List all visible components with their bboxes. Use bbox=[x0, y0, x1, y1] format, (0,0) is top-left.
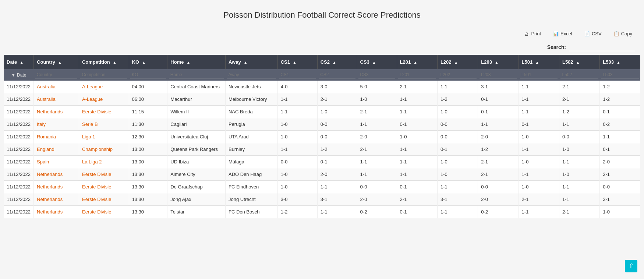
cell-l203: 2-0 bbox=[478, 193, 519, 206]
cell-l502: 2-1 bbox=[559, 93, 599, 106]
country-link[interactable]: England bbox=[37, 146, 54, 152]
print-button[interactable]: 🖨 Print bbox=[521, 29, 544, 38]
col-country[interactable]: Country ▲ bbox=[34, 55, 79, 69]
country-link[interactable]: Netherlands bbox=[37, 172, 63, 177]
country-link[interactable]: Netherlands bbox=[37, 109, 63, 114]
col-cs1[interactable]: CS1 ▲ bbox=[277, 55, 317, 69]
filter-l501[interactable] bbox=[519, 69, 559, 81]
cell-date: 11/12/2022 bbox=[4, 206, 34, 218]
col-ko[interactable]: KO ▲ bbox=[129, 55, 167, 69]
filter-l501-input[interactable] bbox=[520, 71, 558, 78]
filter-l201[interactable] bbox=[397, 69, 437, 81]
country-link[interactable]: Australia bbox=[37, 96, 56, 102]
country-link[interactable]: Australia bbox=[37, 84, 56, 89]
search-input[interactable] bbox=[569, 43, 635, 51]
country-link[interactable]: Netherlands bbox=[37, 197, 63, 202]
filter-l203[interactable] bbox=[478, 69, 519, 81]
competition-link[interactable]: Eerste Divisie bbox=[82, 197, 111, 202]
competition-link[interactable]: Liga 1 bbox=[82, 134, 95, 140]
cell-away: UTA Arad bbox=[225, 131, 277, 143]
cell-competition: Eerste Divisie bbox=[79, 206, 129, 218]
table-row: 11/12/2022AustraliaA-League06:00Macarthu… bbox=[4, 93, 640, 106]
filter-country-input[interactable] bbox=[35, 71, 78, 78]
filter-l202[interactable] bbox=[437, 69, 478, 81]
cell-l503: 1-0 bbox=[600, 206, 640, 218]
cell-l501: 1-1 bbox=[519, 81, 559, 93]
table-row: 11/12/2022RomaniaLiga 112:30Universitate… bbox=[4, 131, 640, 143]
filter-home-input[interactable] bbox=[169, 71, 224, 78]
filter-cs2-input[interactable] bbox=[319, 71, 355, 78]
filter-away-input[interactable] bbox=[227, 71, 276, 78]
filter-cs1[interactable] bbox=[277, 69, 317, 81]
cell-l501: 0-1 bbox=[519, 118, 559, 131]
col-competition[interactable]: Competition ▲ bbox=[79, 55, 129, 69]
filter-country[interactable] bbox=[34, 69, 79, 81]
col-l502[interactable]: L502 ▲ bbox=[559, 55, 599, 69]
cell-cs1: 0-0 bbox=[277, 156, 317, 168]
cell-date: 11/12/2022 bbox=[4, 156, 34, 168]
filter-cs1-input[interactable] bbox=[279, 71, 316, 78]
filter-cs2[interactable] bbox=[317, 69, 357, 81]
sort-l201-icon: ▲ bbox=[414, 60, 417, 64]
competition-link[interactable]: La Liga 2 bbox=[82, 159, 102, 165]
filter-date-button[interactable]: ▼ Date bbox=[11, 73, 26, 78]
cell-away: Jong Utrecht bbox=[225, 193, 277, 206]
cell-l201: 1-1 bbox=[397, 143, 437, 156]
col-date[interactable]: Date ▲ bbox=[4, 55, 34, 69]
cell-l503: 0-1 bbox=[600, 143, 640, 156]
competition-link[interactable]: A-League bbox=[82, 84, 103, 89]
competition-link[interactable]: Eerste Divisie bbox=[82, 172, 111, 177]
excel-button[interactable]: 📊 Excel bbox=[550, 29, 575, 38]
filter-cs3-input[interactable] bbox=[358, 71, 395, 78]
filter-l201-input[interactable] bbox=[398, 71, 436, 78]
cell-l202: 0-1 bbox=[437, 143, 478, 156]
filter-l203-input[interactable] bbox=[480, 71, 517, 78]
competition-link[interactable]: Eerste Divisie bbox=[82, 184, 111, 190]
col-l202[interactable]: L202 ▲ bbox=[437, 55, 478, 69]
col-away[interactable]: Away ▲ bbox=[225, 55, 277, 69]
filter-home[interactable] bbox=[167, 69, 226, 81]
col-l501[interactable]: L501 ▲ bbox=[519, 55, 559, 69]
sort-cs3-icon: ▲ bbox=[372, 60, 376, 64]
cell-cs3: 1-1 bbox=[357, 156, 397, 168]
competition-link[interactable]: Eerste Divisie bbox=[82, 209, 111, 215]
copy-button[interactable]: 📋 Copy bbox=[611, 29, 635, 38]
competition-link[interactable]: A-League bbox=[82, 96, 103, 102]
csv-button[interactable]: 📄 CSV bbox=[581, 29, 605, 38]
country-link[interactable]: Netherlands bbox=[37, 209, 63, 215]
filter-l202-input[interactable] bbox=[439, 71, 476, 78]
page-title: Poisson Distribution Football Correct Sc… bbox=[0, 0, 644, 27]
country-link[interactable]: Spain bbox=[37, 159, 49, 165]
country-link[interactable]: Romania bbox=[37, 134, 56, 140]
cell-home: Willem II bbox=[167, 106, 226, 118]
filter-l503-input[interactable] bbox=[601, 71, 639, 78]
filter-ko-input[interactable] bbox=[130, 71, 166, 78]
cell-l502: 1-1 bbox=[559, 118, 599, 131]
competition-link[interactable]: Eerste Divisie bbox=[82, 109, 111, 114]
cell-away: Newcastle Jets bbox=[225, 81, 277, 93]
col-l503[interactable]: L503 ▲ bbox=[600, 55, 640, 69]
filter-l502-input[interactable] bbox=[560, 71, 598, 78]
sort-l502-icon: ▲ bbox=[576, 60, 580, 64]
filter-cs3[interactable] bbox=[357, 69, 397, 81]
cell-country: Italy bbox=[34, 118, 79, 131]
competition-link[interactable]: Serie B bbox=[82, 121, 98, 127]
filter-away[interactable] bbox=[225, 69, 277, 81]
sort-l503-icon: ▲ bbox=[617, 60, 620, 64]
col-l201[interactable]: L201 ▲ bbox=[397, 55, 437, 69]
filter-competition[interactable] bbox=[79, 69, 129, 81]
competition-link[interactable]: Championship bbox=[82, 146, 113, 152]
filter-date[interactable]: ▼ Date bbox=[4, 69, 34, 81]
filter-ko[interactable] bbox=[129, 69, 167, 81]
cell-l502: 1-2 bbox=[559, 106, 599, 118]
filter-l503[interactable] bbox=[600, 69, 640, 81]
col-cs2[interactable]: CS2 ▲ bbox=[317, 55, 357, 69]
col-home[interactable]: Home ▲ bbox=[167, 55, 226, 69]
print-icon: 🖨 bbox=[524, 31, 529, 36]
filter-competition-input[interactable] bbox=[80, 71, 127, 78]
country-link[interactable]: Italy bbox=[37, 121, 46, 127]
col-cs3[interactable]: CS3 ▲ bbox=[357, 55, 397, 69]
country-link[interactable]: Netherlands bbox=[37, 184, 63, 190]
filter-l502[interactable] bbox=[559, 69, 599, 81]
col-l203[interactable]: L203 ▲ bbox=[478, 55, 519, 69]
